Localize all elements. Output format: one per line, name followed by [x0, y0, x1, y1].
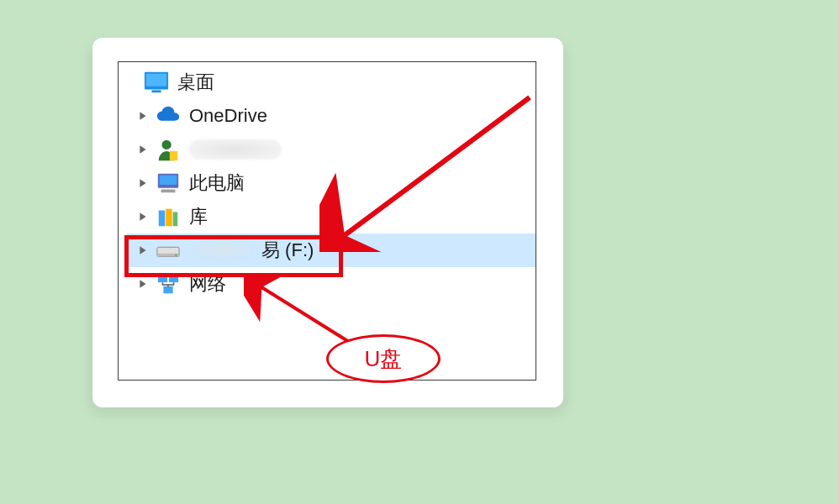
tree-item-usb-drive[interactable]: 易 (F:): [127, 234, 536, 267]
svg-rect-4: [170, 151, 177, 160]
tree-item-label-blurred: [189, 139, 282, 160]
tree-item-user[interactable]: [119, 133, 536, 166]
desktop-icon: [144, 70, 169, 95]
svg-rect-10: [173, 212, 178, 226]
svg-rect-6: [160, 176, 177, 185]
chevron-icon[interactable]: [135, 243, 150, 258]
chevron-icon[interactable]: [135, 276, 150, 291]
onedrive-icon: [156, 103, 181, 129]
drive-name-blurred: [189, 241, 256, 260]
tree-item-label: OneDrive: [189, 105, 267, 127]
tree-container: ▶ 桌面 OneDrive: [118, 61, 536, 381]
svg-rect-2: [151, 90, 161, 92]
svg-rect-15: [169, 276, 178, 282]
tree-item-label: 此电脑: [189, 171, 245, 196]
tree-item-desktop[interactable]: ▶ 桌面: [119, 66, 536, 99]
svg-point-13: [175, 255, 177, 256]
chevron-icon[interactable]: [135, 108, 150, 123]
tree-item-label: 库: [189, 204, 208, 229]
tree-item-label: 网络: [189, 271, 226, 297]
tree-item-libraries[interactable]: 库: [119, 200, 536, 234]
tree-item-network[interactable]: 网络: [119, 267, 536, 301]
tree-item-label: 易 (F:): [189, 238, 314, 263]
svg-rect-16: [163, 286, 172, 293]
tree-item-label: 桌面: [177, 70, 214, 95]
svg-rect-14: [158, 276, 167, 282]
chevron-icon[interactable]: [135, 142, 150, 157]
explorer-panel: ▶ 桌面 OneDrive: [92, 38, 563, 407]
svg-rect-8: [159, 211, 166, 227]
nav-tree: ▶ 桌面 OneDrive: [119, 62, 536, 301]
chevron-icon[interactable]: [135, 209, 150, 224]
network-icon: [156, 271, 181, 297]
chevron-icon[interactable]: [135, 176, 150, 191]
user-icon: [156, 137, 181, 162]
this-pc-icon: [156, 171, 181, 196]
svg-rect-7: [161, 190, 176, 193]
svg-point-3: [162, 140, 171, 150]
tree-item-onedrive[interactable]: OneDrive: [119, 99, 536, 133]
libraries-icon: [156, 204, 181, 229]
svg-rect-1: [146, 74, 166, 87]
svg-rect-9: [166, 209, 172, 227]
drive-icon: [156, 238, 181, 263]
tree-item-this-pc[interactable]: 此电脑: [119, 166, 536, 200]
